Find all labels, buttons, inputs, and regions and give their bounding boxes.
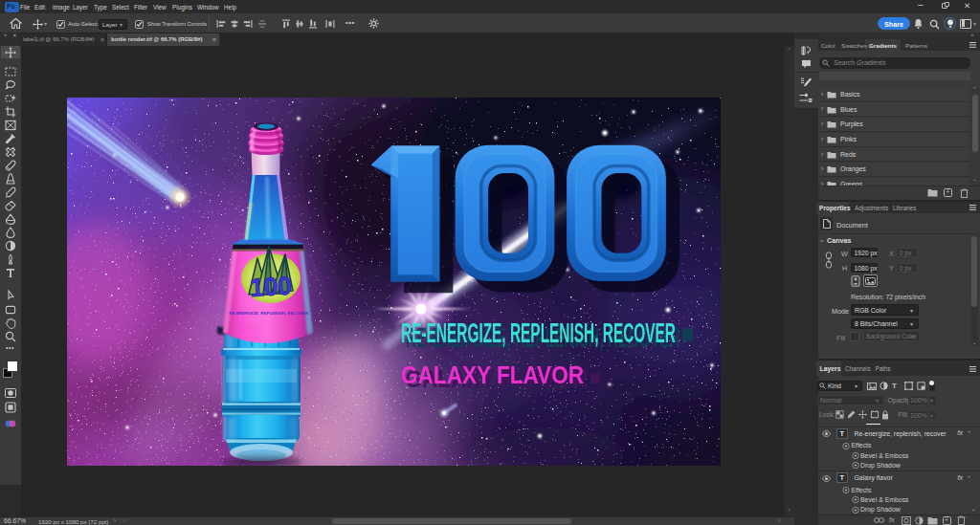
svg-text:100: 100 bbox=[249, 272, 292, 302]
svg-text:RE-ENERGIZE, REPLENISH, RECOVE: RE-ENERGIZE, REPLENISH, RECOVER bbox=[229, 311, 309, 316]
svg-text:GALAXY FLAVOR: GALAXY FLAVOR bbox=[401, 361, 584, 388]
svg-text:RE-ENERGIZE, REPLENISH, RECOVE: RE-ENERGIZE, REPLENISH, RECOVER bbox=[401, 317, 676, 348]
